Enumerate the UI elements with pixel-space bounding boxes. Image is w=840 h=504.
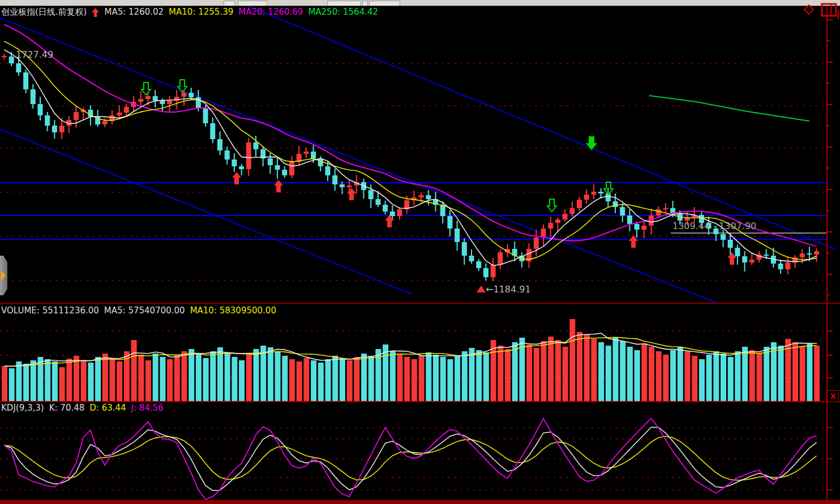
kdj-lines xyxy=(5,419,817,500)
corner-icons xyxy=(801,2,840,20)
kdj-panel-header: KDJ(9,3,3) K: 70.48 D: 63.44 J: 84.56 xyxy=(1,403,164,413)
volume-bars xyxy=(2,319,820,401)
ma250-value: MA250: 1564.42 xyxy=(308,7,378,17)
range-price-label: 1309.44 - 1307.90 xyxy=(672,221,756,231)
candles xyxy=(2,52,819,281)
sell-signal-arrow xyxy=(142,83,151,95)
trend-lines xyxy=(0,6,835,303)
axis xyxy=(0,6,840,500)
toolbar-bottom-strip xyxy=(0,0,840,6)
volume-ma5-value: MA5: 57540700.00 xyxy=(104,306,185,316)
buy-signal-arrow xyxy=(347,188,356,200)
buy-signal-arrow xyxy=(274,180,283,192)
k-value: K: 70.48 xyxy=(49,403,85,413)
sell-signal-arrow xyxy=(547,199,556,212)
toolbar-segment xyxy=(369,1,400,6)
main-panel-header: 创业板指(日线.前复权) MA5: 1260.02 MA10: 1255.39 … xyxy=(1,7,378,17)
low-point-marker xyxy=(477,286,486,292)
toolbar-segment xyxy=(327,1,361,6)
volume-panel-header: VOLUME: 55111236.00 MA5: 57540700.00 MA1… xyxy=(1,306,276,316)
ma20-value: MA20: 1260.69 xyxy=(238,7,303,17)
high-price-label: 1727.49 xyxy=(16,49,53,60)
window-bottom-border xyxy=(0,500,840,504)
up-arrow-icon xyxy=(92,8,99,17)
trading-app-window: 创业板指(日线.前复权) MA5: 1260.02 MA10: 1255.39 … xyxy=(0,0,840,504)
volume-ma10-value: MA10: 58309500.00 xyxy=(190,306,276,316)
kdj-name: KDJ(9,3,3) xyxy=(1,403,44,413)
j-value: J: 84.56 xyxy=(131,403,164,413)
sell-signal-arrow xyxy=(587,137,596,149)
signal-arrows xyxy=(142,80,736,292)
gridlines xyxy=(0,63,826,490)
window-icon[interactable] xyxy=(822,4,838,19)
expand-arrow-icon xyxy=(1,271,6,280)
ma5-value: MA5: 1260.02 xyxy=(104,7,164,17)
sidebar-expand-handle[interactable] xyxy=(0,256,7,295)
indicator-close-button[interactable]: X xyxy=(827,390,839,402)
ma10-value: MA10: 1255.39 xyxy=(169,7,233,17)
diamond-icon[interactable] xyxy=(804,5,813,14)
toolbar-segment xyxy=(238,1,267,6)
toolbar-segment xyxy=(362,1,368,6)
volume-value: VOLUME: 55111236.00 xyxy=(1,306,99,316)
chart-canvas[interactable] xyxy=(0,0,840,504)
toolbar-segment xyxy=(224,1,235,6)
symbol-title: 创业板指(日线.前复权) xyxy=(1,7,87,17)
d-value: D: 63.44 xyxy=(89,403,126,413)
low-price-label: ←1184.91 xyxy=(486,284,531,295)
ma250-line xyxy=(649,96,809,121)
